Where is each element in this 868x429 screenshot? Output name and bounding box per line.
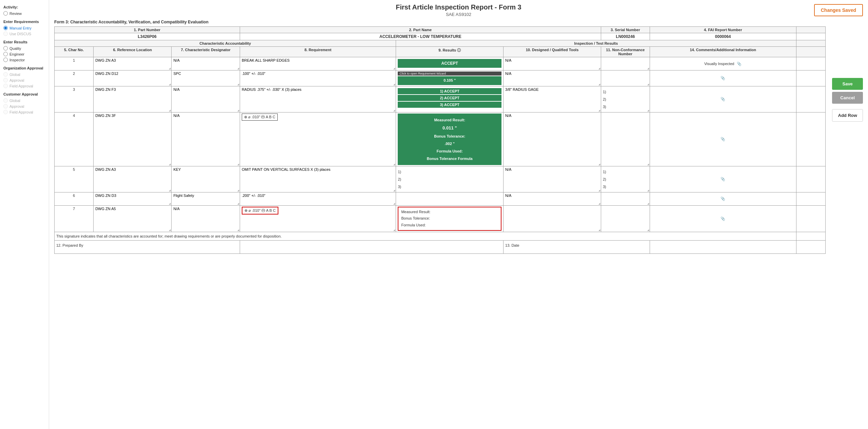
org-field-approval-radio[interactable] xyxy=(3,84,8,88)
paperclip-7-icon[interactable]: 📎 xyxy=(721,217,725,221)
designed-tools-3-input[interactable]: 3/8" RADIUS GAGE xyxy=(505,87,599,98)
ref-location-6-input[interactable]: DWG ZN D3 xyxy=(95,193,170,204)
char-designator-7[interactable]: N/A xyxy=(172,205,240,232)
paperclip-1-icon[interactable]: 📎 xyxy=(737,62,742,66)
nonconformance-3[interactable]: 1) 2) 3) xyxy=(601,86,650,112)
review-radio[interactable] xyxy=(3,11,8,16)
sidebar-item-inspector[interactable]: Inspector xyxy=(3,58,45,62)
ref-location-5[interactable]: DWG ZN A3 xyxy=(94,166,172,192)
ref-location-6[interactable]: DWG ZN D3 xyxy=(94,192,172,205)
requirement-2-input[interactable]: .100" +/- .010" xyxy=(242,72,394,82)
requirement-6-input[interactable]: .200" +/- .010" xyxy=(242,193,394,204)
sidebar-item-review[interactable]: Review xyxy=(3,11,45,16)
nonconformance-7[interactable] xyxy=(601,205,650,232)
char-designator-6-input[interactable]: Flight Safety xyxy=(173,193,238,204)
customer-approval-radio[interactable] xyxy=(3,104,8,108)
nonconformance-4[interactable] xyxy=(601,112,650,166)
customer-global-radio[interactable] xyxy=(3,98,8,103)
requirement-5-input[interactable]: OMIT PAINT ON VERTICAL SURFACES X (3) pl… xyxy=(242,167,394,178)
date-value[interactable] xyxy=(650,240,796,253)
char-designator-4-input[interactable]: N/A xyxy=(173,114,238,124)
requirement-4[interactable]: ⊕ ⌀ .010" ⓜ A B C xyxy=(240,112,396,166)
char-designator-6[interactable]: Flight Safety xyxy=(172,192,240,205)
ref-location-1[interactable]: DWG ZN A3 xyxy=(94,57,172,70)
changes-saved-button[interactable]: Changes Saved xyxy=(814,4,863,16)
sidebar-item-field-approval[interactable]: Field Approval xyxy=(3,84,45,88)
sidebar-item-approval[interactable]: Approval xyxy=(3,78,45,82)
date-input[interactable] xyxy=(652,242,794,252)
sidebar-item-quality[interactable]: Quality xyxy=(3,46,45,50)
requirement-6[interactable]: .200" +/- .010" xyxy=(240,192,396,205)
requirement-1-input[interactable]: BREAK ALL SHARP EDGES xyxy=(242,58,394,68)
nonconformance-5[interactable]: 1) 2) 3) xyxy=(601,166,650,192)
designed-tools-1[interactable]: N/A xyxy=(504,57,601,70)
char-designator-2[interactable]: SPC xyxy=(172,70,240,86)
nonconformance-7-input[interactable] xyxy=(603,207,648,217)
sidebar-item-customer-global[interactable]: Global xyxy=(3,98,45,103)
nonconformance-6-input[interactable] xyxy=(603,193,648,204)
nonconformance-1[interactable] xyxy=(601,57,650,70)
requirement-5[interactable]: OMIT PAINT ON VERTICAL SURFACES X (3) pl… xyxy=(240,166,396,192)
designed-tools-5[interactable]: N/A xyxy=(504,166,601,192)
designed-tools-4-input[interactable]: N/A xyxy=(505,114,599,124)
sidebar-item-engineer[interactable]: Engineer xyxy=(3,52,45,56)
paperclip-6-icon[interactable]: 📎 xyxy=(721,197,725,201)
designed-tools-3[interactable]: 3/8" RADIUS GAGE xyxy=(504,86,601,112)
prepared-by-value[interactable] xyxy=(240,240,503,253)
use-discus-radio[interactable] xyxy=(3,32,8,36)
designed-tools-4[interactable]: N/A xyxy=(504,112,601,166)
designed-tools-7-input[interactable] xyxy=(505,207,599,217)
sidebar-item-customer-field-approval[interactable]: Field Approval xyxy=(3,110,45,114)
engineer-radio[interactable] xyxy=(3,52,8,56)
designed-tools-6-input[interactable]: N/A xyxy=(505,193,599,204)
org-global-radio[interactable] xyxy=(3,72,8,77)
ref-location-2-input[interactable]: DWG ZN D12 xyxy=(95,72,170,82)
requirement-1[interactable]: BREAK ALL SHARP EDGES xyxy=(240,57,396,70)
ref-location-2[interactable]: DWG ZN D12 xyxy=(94,70,172,86)
designed-tools-2[interactable]: N/A xyxy=(504,70,601,86)
add-row-button[interactable]: Add Row xyxy=(832,109,863,122)
char-designator-1-input[interactable]: N/A xyxy=(173,58,238,68)
ref-location-1-input[interactable]: DWG ZN A3 xyxy=(95,58,170,68)
quality-radio[interactable] xyxy=(3,46,8,50)
ref-location-4-input[interactable]: DWG ZN 3F xyxy=(95,114,170,124)
nonconformance-1-input[interactable] xyxy=(603,58,648,68)
sidebar-item-use-discus[interactable]: Use DISCUS xyxy=(3,32,45,36)
char-designator-1[interactable]: N/A xyxy=(172,57,240,70)
requirement-3-input[interactable]: RADIUS .375" +/- .030" X (3) places xyxy=(242,87,394,98)
requirement-3[interactable]: RADIUS .375" +/- .030" X (3) places xyxy=(240,86,396,112)
customer-field-approval-radio[interactable] xyxy=(3,110,8,114)
cancel-button[interactable]: Cancel xyxy=(832,92,863,104)
paperclip-2-icon[interactable]: 📎 xyxy=(721,76,725,80)
char-designator-2-input[interactable]: SPC xyxy=(173,72,238,82)
inspector-radio[interactable] xyxy=(3,58,8,62)
sidebar-item-global[interactable]: Global xyxy=(3,72,45,77)
designed-tools-5-input[interactable]: N/A xyxy=(505,167,599,178)
designed-tools-6[interactable]: N/A xyxy=(504,192,601,205)
designed-tools-1-input[interactable]: N/A xyxy=(505,58,599,68)
designed-tools-2-input[interactable]: N/A xyxy=(505,72,599,82)
char-designator-3-input[interactable]: N/A xyxy=(173,87,238,98)
char-designator-5[interactable]: KEY xyxy=(172,166,240,192)
requirement-2[interactable]: .100" +/- .010" xyxy=(240,70,396,86)
nonconformance-2-input[interactable] xyxy=(603,72,648,82)
ref-location-3[interactable]: DWG ZN F3 xyxy=(94,86,172,112)
ref-location-3-input[interactable]: DWG ZN F3 xyxy=(95,87,170,98)
nonconformance-4-input[interactable] xyxy=(603,114,648,124)
ref-location-7-input[interactable]: DWG ZN A5 xyxy=(95,207,170,217)
requirement-7[interactable]: ⊕ ⌀ .010" ⓜ A B C xyxy=(240,205,396,232)
org-approval-radio[interactable] xyxy=(3,78,8,82)
paperclip-4-icon[interactable]: 📎 xyxy=(721,137,725,141)
sidebar-item-customer-approval[interactable]: Approval xyxy=(3,104,45,108)
nonconformance-2[interactable] xyxy=(601,70,650,86)
ref-location-5-input[interactable]: DWG ZN A3 xyxy=(95,167,170,178)
char-designator-3[interactable]: N/A xyxy=(172,86,240,112)
manual-entry-radio[interactable] xyxy=(3,26,8,30)
ref-location-7[interactable]: DWG ZN A5 xyxy=(94,205,172,232)
sidebar-item-manual-entry[interactable]: Manual Entry xyxy=(3,26,45,30)
save-button[interactable]: Save xyxy=(832,78,863,90)
char-designator-4[interactable]: N/A xyxy=(172,112,240,166)
designed-tools-7[interactable] xyxy=(504,205,601,232)
char-designator-7-input[interactable]: N/A xyxy=(173,207,238,217)
ref-location-4[interactable]: DWG ZN 3F xyxy=(94,112,172,166)
